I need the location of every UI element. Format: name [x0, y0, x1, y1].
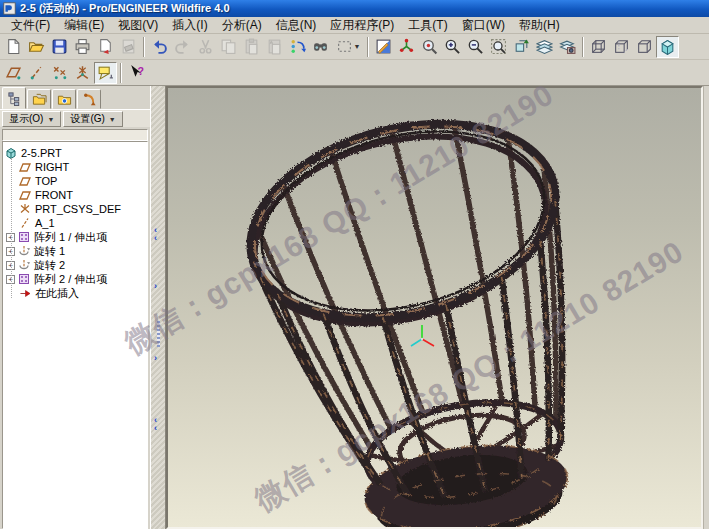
erase-button[interactable]: [117, 36, 140, 58]
folders-tab-icon: [32, 92, 47, 107]
datum-axis-display-toggle[interactable]: [25, 62, 48, 84]
graphics-viewport[interactable]: [166, 86, 703, 529]
tree-item[interactable]: +阵列 1 / 伸出项: [5, 230, 147, 244]
view-manager-icon: [559, 38, 576, 55]
proe-window: 2-5 (活动的) - Pro/ENGINEER Wildfire 4.0 文件…: [0, 0, 709, 529]
pattern-icon: [18, 273, 31, 285]
paste-special-button[interactable]: [263, 36, 286, 58]
menu-item[interactable]: 插入(I): [165, 17, 214, 34]
splitter-collapse-icon[interactable]: ‹‹: [154, 416, 157, 432]
tree-item-label: 旋转 1: [34, 244, 65, 259]
open-button[interactable]: [25, 36, 48, 58]
tree-item-label: 旋转 2: [34, 258, 65, 273]
undo-button[interactable]: [148, 36, 171, 58]
zoom-out-button[interactable]: [464, 36, 487, 58]
hidden-line-display-button[interactable]: [610, 36, 633, 58]
repaint-icon: [375, 38, 392, 55]
tab-favorites[interactable]: [52, 89, 76, 109]
tree-plane-icon: [19, 161, 32, 173]
tab-folder-browser[interactable]: [27, 89, 51, 109]
splitter-expand-icon[interactable]: ›: [154, 282, 157, 290]
splitter-expand-icon[interactable]: ›: [154, 354, 157, 362]
regenerate-icon: [289, 38, 306, 55]
layers-button[interactable]: [533, 36, 556, 58]
tree-item[interactable]: +旋转 2: [5, 258, 147, 272]
menu-item[interactable]: 窗口(W): [455, 17, 512, 34]
basket-geometry: [230, 94, 575, 527]
save-copy-icon: [97, 38, 114, 55]
navigator-tabs: [0, 86, 150, 109]
settings-button-label: 设置(G): [70, 112, 104, 126]
menu-item[interactable]: 工具(T): [401, 17, 454, 34]
annotation-display-toggle[interactable]: [94, 62, 117, 84]
context-help-button[interactable]: ?: [125, 62, 148, 84]
open-icon: [28, 38, 45, 55]
connections-tab-icon: [82, 92, 97, 107]
tree-item[interactable]: 在此插入: [5, 286, 147, 300]
orient-mode-button[interactable]: [510, 36, 533, 58]
csys-display-toggle[interactable]: [71, 62, 94, 84]
repaint-button[interactable]: [372, 36, 395, 58]
selection-filter-button[interactable]: ▼: [332, 36, 364, 58]
tab-model-tree[interactable]: [2, 87, 26, 109]
tree-item[interactable]: TOP: [5, 174, 147, 188]
model-tree-tab-icon: [7, 91, 22, 106]
show-button[interactable]: 显示(O) ▼: [2, 111, 61, 127]
cube-hidden-icon: [613, 38, 630, 55]
menu-item[interactable]: 视图(V): [111, 17, 165, 34]
refit-button[interactable]: [487, 36, 510, 58]
tree-item[interactable]: 2-5.PRT: [5, 146, 147, 160]
model-tree-header: [2, 129, 148, 141]
tree-item[interactable]: RIGHT: [5, 160, 147, 174]
tree-item[interactable]: +旋转 1: [5, 244, 147, 258]
datum-plane-display-toggle[interactable]: [2, 62, 25, 84]
svg-text:?: ?: [138, 65, 144, 77]
view-manager-button[interactable]: [556, 36, 579, 58]
copy-icon: [220, 38, 237, 55]
tree-item[interactable]: FRONT: [5, 188, 147, 202]
window-title: 2-5 (活动的) - Pro/ENGINEER Wildfire 4.0: [20, 1, 230, 16]
wireframe-display-button[interactable]: [587, 36, 610, 58]
menu-item[interactable]: 应用程序(P): [323, 17, 401, 34]
navigator-splitter[interactable]: ‹‹ › › ‹‹: [150, 86, 166, 529]
chevron-down-icon: ▼: [47, 116, 54, 123]
tree-item[interactable]: PRT_CSYS_DEF: [5, 202, 147, 216]
window-right-border: [703, 86, 709, 529]
settings-button[interactable]: 设置(G) ▼: [63, 111, 122, 127]
print-button[interactable]: [71, 36, 94, 58]
spin-center-icon: [398, 38, 415, 55]
redo-button[interactable]: [171, 36, 194, 58]
menu-item[interactable]: 分析(A): [215, 17, 269, 34]
splitter-collapse-icon[interactable]: ‹‹: [154, 226, 157, 242]
shaded-display-button[interactable]: [656, 36, 679, 58]
menu-item[interactable]: 编辑(E): [57, 17, 111, 34]
tab-connections[interactable]: [77, 89, 101, 109]
menu-item[interactable]: 信息(N): [269, 17, 324, 34]
paste-button[interactable]: [240, 36, 263, 58]
no-hidden-display-button[interactable]: [633, 36, 656, 58]
find-button[interactable]: [309, 36, 332, 58]
new-button[interactable]: [2, 36, 25, 58]
zoom-in-button[interactable]: [441, 36, 464, 58]
main-area: 显示(O) ▼ 设置(G) ▼ 2-5.PRTRIGHTTOPFRONTPRT_…: [0, 86, 709, 529]
cut-button[interactable]: [194, 36, 217, 58]
toolbar-main: ▼: [0, 34, 709, 60]
menu-item[interactable]: 文件(F): [4, 17, 57, 34]
undo-icon: [151, 38, 168, 55]
tree-item-label: A_1: [35, 217, 55, 229]
orient-button[interactable]: [418, 36, 441, 58]
cut-icon: [197, 38, 214, 55]
datum-point-display-toggle[interactable]: [48, 62, 71, 84]
menu-item[interactable]: 帮助(H): [512, 17, 567, 34]
regenerate-button[interactable]: [286, 36, 309, 58]
tree-item[interactable]: A_1: [5, 216, 147, 230]
folder-star-tab-icon: [57, 92, 72, 107]
spin-center-toggle[interactable]: [395, 36, 418, 58]
save-button[interactable]: [48, 36, 71, 58]
model-tree: 2-5.PRTRIGHTTOPFRONTPRT_CSYS_DEFA_1+阵列 1…: [2, 141, 148, 529]
copy-button[interactable]: [217, 36, 240, 58]
save-copy-button[interactable]: [94, 36, 117, 58]
tree-item[interactable]: +阵列 2 / 伸出项: [5, 272, 147, 286]
tree-item-label: FRONT: [35, 189, 73, 201]
splitter-grip[interactable]: [157, 321, 160, 347]
